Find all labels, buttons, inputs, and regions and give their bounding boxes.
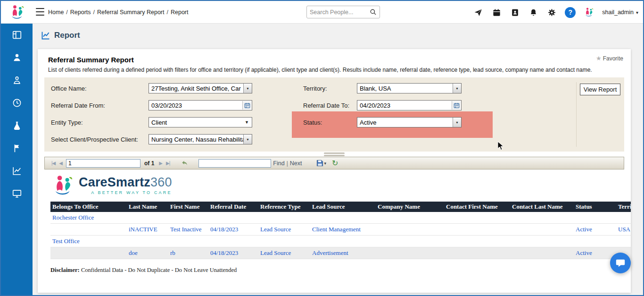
topbar: Home/Reports/Referral Summary Report/Rep… bbox=[1, 1, 643, 24]
referral-date-to-input[interactable]: 04/20/2023 bbox=[357, 100, 462, 110]
dropdown-arrow-icon[interactable]: ▼ bbox=[453, 118, 461, 127]
sidebar-item-training[interactable] bbox=[1, 182, 33, 205]
table-row: doerb04/18/2023Lead SourceAdvertisementA… bbox=[50, 247, 631, 259]
territory-value: Blank, USA bbox=[360, 85, 391, 92]
page-count-label: of 1 bbox=[144, 160, 154, 167]
notifications-bell-icon[interactable] bbox=[528, 7, 538, 17]
cell-last-name[interactable]: iNACTIVE bbox=[129, 226, 157, 233]
brand-name: CareSmartz bbox=[79, 175, 150, 189]
office-link[interactable]: Rochester Office bbox=[52, 214, 94, 221]
sidebar-item-operations[interactable] bbox=[1, 114, 33, 137]
breadcrumb-separator: / bbox=[167, 9, 168, 16]
send-icon[interactable] bbox=[473, 7, 483, 17]
column-header: Contact First Name bbox=[444, 202, 510, 212]
dropdown-arrow-icon[interactable]: ▼ bbox=[243, 135, 252, 144]
contacts-icon[interactable] bbox=[510, 7, 520, 17]
referral-date-from-value: 03/20/2023 bbox=[151, 102, 182, 109]
cell-status[interactable]: Active bbox=[576, 249, 592, 256]
sidebar-item-reports[interactable] bbox=[1, 160, 33, 182]
breadcrumb-item[interactable]: Reports bbox=[70, 9, 91, 16]
cell-status[interactable]: Active bbox=[576, 226, 592, 233]
breadcrumb-item[interactable]: Referral Summary Report bbox=[97, 9, 164, 16]
select-arrow-icon: ▼ bbox=[245, 120, 249, 125]
breadcrumb-separator: / bbox=[93, 9, 95, 16]
export-button[interactable]: ▾ bbox=[316, 160, 327, 167]
caresmartz-mini-logo-icon[interactable] bbox=[584, 7, 594, 17]
calendar-picker-icon[interactable] bbox=[452, 101, 461, 110]
referral-date-from-input[interactable]: 03/20/2023 bbox=[149, 100, 252, 110]
referral-date-from-label: Referral Date From: bbox=[51, 102, 105, 109]
office-group-row: Test Office bbox=[50, 236, 631, 247]
report-chart-icon bbox=[41, 31, 50, 40]
caresmartz-logo-icon bbox=[9, 4, 25, 20]
cell-referral-date[interactable]: 04/18/2023 bbox=[210, 249, 238, 256]
brand-logo[interactable] bbox=[1, 1, 33, 24]
reports-chart-icon bbox=[12, 166, 22, 176]
cell-first-name[interactable]: Test Inactive bbox=[170, 226, 202, 233]
office-name-select[interactable]: 27Testing, Ankit Sethi Office, Car ▼ bbox=[149, 83, 252, 93]
favorite-button[interactable]: ★ Favorite bbox=[596, 55, 623, 62]
report-table: Belongs To OfficeLast NameFirst NameRefe… bbox=[50, 202, 631, 259]
report-description: List of clients referred during a define… bbox=[38, 64, 631, 77]
find-text-input[interactable] bbox=[198, 159, 271, 168]
find-button[interactable]: Find bbox=[273, 160, 284, 167]
disclaimer: Disclaimer: Confidential Data - Do Not D… bbox=[50, 267, 631, 274]
sidebar-item-caregivers[interactable] bbox=[1, 46, 33, 69]
previous-page-icon[interactable]: ◀ bbox=[57, 161, 64, 166]
report-title: Referral Summary Report bbox=[48, 56, 134, 64]
cell-reference-type[interactable]: Lead Source bbox=[260, 226, 291, 233]
cell-referral-date[interactable]: 04/18/2023 bbox=[210, 226, 238, 233]
column-header: Status bbox=[574, 202, 616, 212]
cell-territory[interactable]: USA bbox=[618, 226, 630, 233]
back-to-parent-icon[interactable] bbox=[181, 160, 188, 167]
refresh-icon[interactable]: ↻ bbox=[332, 160, 338, 167]
breadcrumb-item[interactable]: Report bbox=[171, 9, 189, 16]
next-page-icon[interactable]: ▶ bbox=[157, 161, 164, 166]
territory-select[interactable]: Blank, USA ▼ bbox=[357, 83, 462, 93]
filter-panel: Office Name: 27Testing, Ankit Sethi Offi… bbox=[44, 77, 624, 152]
brand-suffix: 360 bbox=[150, 175, 172, 189]
office-link[interactable]: Test Office bbox=[52, 237, 80, 245]
chat-widget-button[interactable] bbox=[610, 253, 631, 273]
entity-type-select[interactable]: Client ▼ bbox=[149, 117, 252, 127]
caresmartz-brand: CareSmartz360 A BETTER WAY TO CARE bbox=[50, 174, 631, 197]
cell-last-name[interactable]: doe bbox=[129, 249, 138, 256]
user-menu[interactable]: shail_admin ▾ bbox=[602, 9, 638, 16]
column-header: First Name bbox=[168, 202, 208, 212]
last-page-icon[interactable]: ▶| bbox=[164, 161, 172, 166]
menu-icon[interactable] bbox=[36, 8, 44, 16]
dropdown-arrow-icon[interactable]: ▼ bbox=[453, 84, 461, 93]
clock-icon bbox=[12, 98, 22, 108]
office-name-label: Office Name: bbox=[51, 85, 87, 92]
star-icon: ★ bbox=[596, 55, 602, 62]
chat-icon bbox=[615, 258, 626, 268]
cell-lead-source[interactable]: Advertisement bbox=[312, 249, 348, 256]
view-report-button[interactable]: View Report bbox=[580, 84, 620, 95]
help-icon[interactable]: ? bbox=[565, 7, 576, 18]
sidebar-item-scheduling[interactable] bbox=[1, 92, 33, 114]
sidebar-item-agency[interactable] bbox=[1, 137, 33, 160]
cell-lead-source[interactable]: Client Management bbox=[312, 226, 361, 233]
find-next-button[interactable]: Next bbox=[290, 160, 302, 167]
search-input[interactable] bbox=[310, 9, 370, 16]
sidebar-item-clients[interactable] bbox=[1, 69, 33, 92]
brand-tagline: A BETTER WAY TO CARE bbox=[91, 190, 172, 195]
report-table-body: Rochester OfficeiNACTIVETest Inactive04/… bbox=[50, 212, 631, 259]
calendar-icon[interactable] bbox=[491, 7, 502, 17]
cell-reference-type[interactable]: Lead Source bbox=[260, 249, 291, 256]
dropdown-arrow-icon[interactable]: ▼ bbox=[243, 84, 252, 93]
search-icon[interactable] bbox=[370, 8, 377, 16]
select-client-select[interactable]: Nursing Center, Nassau Rehabilita ▼ bbox=[149, 134, 252, 144]
column-header: Company Name bbox=[376, 202, 444, 212]
viewer-splitter-handle[interactable] bbox=[38, 152, 631, 157]
calendar-picker-icon[interactable] bbox=[242, 101, 251, 110]
cell-first-name[interactable]: rb bbox=[170, 249, 175, 256]
page-number-input[interactable] bbox=[66, 159, 140, 168]
flag-icon bbox=[12, 143, 22, 153]
first-page-icon[interactable]: |◀ bbox=[50, 161, 57, 166]
sidebar-item-dashboard[interactable] bbox=[1, 24, 33, 46]
breadcrumb-item[interactable]: Home bbox=[48, 9, 64, 16]
status-select[interactable]: Active ▼ bbox=[357, 117, 462, 127]
settings-gear-icon[interactable] bbox=[546, 7, 557, 17]
status-label: Status: bbox=[303, 119, 322, 126]
